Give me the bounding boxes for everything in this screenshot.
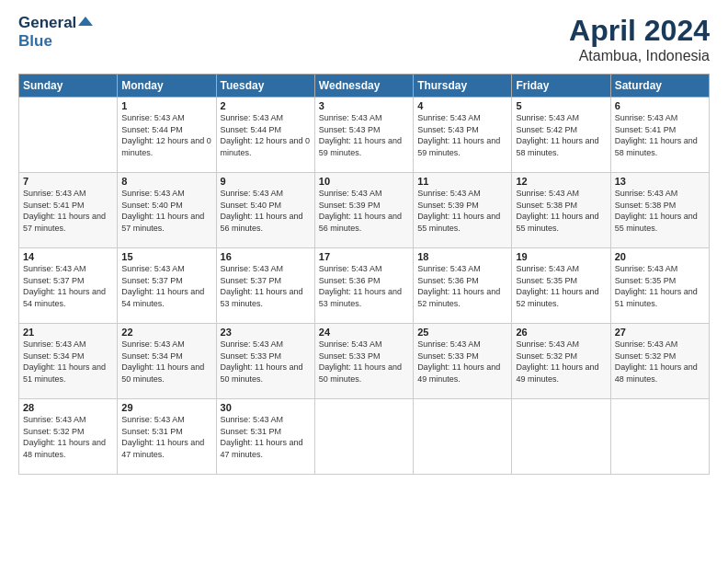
week-row-3: 21Sunrise: 5:43 AMSunset: 5:34 PMDayligh… [19,324,710,399]
calendar-cell: 13Sunrise: 5:43 AMSunset: 5:38 PMDayligh… [610,173,709,248]
cell-info: Sunrise: 5:43 AMSunset: 5:33 PMDaylight:… [221,339,311,385]
day-number: 25 [417,327,507,338]
cell-info: Sunrise: 5:43 AMSunset: 5:36 PMDaylight:… [417,263,507,309]
logo: General Blue [18,14,93,50]
cell-info: Sunrise: 5:43 AMSunset: 5:32 PMDaylight:… [23,414,113,460]
cell-info: Sunrise: 5:43 AMSunset: 5:40 PMDaylight:… [221,188,311,234]
day-number: 23 [221,327,311,338]
day-number: 6 [615,100,705,111]
day-number: 26 [516,327,606,338]
week-row-2: 14Sunrise: 5:43 AMSunset: 5:37 PMDayligh… [19,248,710,324]
logo-blue: Blue [18,32,93,51]
cell-info: Sunrise: 5:43 AMSunset: 5:41 PMDaylight:… [23,188,113,234]
col-saturday: Saturday [610,75,709,98]
header: General Blue April 2024 Atambua, Indones… [18,14,710,64]
day-number: 3 [319,100,409,111]
cell-info: Sunrise: 5:43 AMSunset: 5:32 PMDaylight:… [615,339,705,385]
calendar-cell: 22Sunrise: 5:43 AMSunset: 5:34 PMDayligh… [118,324,216,399]
cell-info: Sunrise: 5:43 AMSunset: 5:44 PMDaylight:… [221,112,311,158]
col-monday: Monday [118,75,216,98]
day-number: 24 [319,327,409,338]
day-number: 30 [221,402,311,413]
calendar-cell: 4Sunrise: 5:43 AMSunset: 5:43 PMDaylight… [414,98,512,173]
cell-info: Sunrise: 5:43 AMSunset: 5:38 PMDaylight:… [615,188,705,234]
calendar-cell: 25Sunrise: 5:43 AMSunset: 5:33 PMDayligh… [414,324,512,399]
day-number: 10 [319,176,409,187]
week-row-4: 28Sunrise: 5:43 AMSunset: 5:32 PMDayligh… [19,399,710,475]
cell-info: Sunrise: 5:43 AMSunset: 5:33 PMDaylight:… [417,339,507,385]
logo-general: General [18,14,76,31]
calendar-cell [19,98,118,173]
calendar-cell [314,399,413,475]
col-friday: Friday [512,75,610,98]
calendar-cell [512,399,610,475]
calendar-cell: 2Sunrise: 5:43 AMSunset: 5:44 PMDaylight… [216,98,314,173]
calendar-cell: 8Sunrise: 5:43 AMSunset: 5:40 PMDaylight… [118,173,216,248]
day-number: 18 [417,251,507,262]
calendar-cell: 24Sunrise: 5:43 AMSunset: 5:33 PMDayligh… [314,324,413,399]
day-number: 15 [121,251,211,262]
day-number: 16 [221,251,311,262]
cell-info: Sunrise: 5:43 AMSunset: 5:43 PMDaylight:… [319,112,409,158]
calendar-cell: 20Sunrise: 5:43 AMSunset: 5:35 PMDayligh… [610,248,709,324]
cell-info: Sunrise: 5:43 AMSunset: 5:31 PMDaylight:… [221,414,311,460]
cell-info: Sunrise: 5:43 AMSunset: 5:40 PMDaylight:… [121,188,211,234]
col-thursday: Thursday [414,75,512,98]
calendar-cell: 6Sunrise: 5:43 AMSunset: 5:41 PMDaylight… [610,98,709,173]
cell-info: Sunrise: 5:43 AMSunset: 5:31 PMDaylight:… [121,414,211,460]
day-number: 1 [121,100,211,111]
cell-info: Sunrise: 5:43 AMSunset: 5:43 PMDaylight:… [417,112,507,158]
cell-info: Sunrise: 5:43 AMSunset: 5:38 PMDaylight:… [516,188,606,234]
calendar-table: Sunday Monday Tuesday Wednesday Thursday… [18,74,710,475]
calendar-cell: 12Sunrise: 5:43 AMSunset: 5:38 PMDayligh… [512,173,610,248]
calendar-cell: 30Sunrise: 5:43 AMSunset: 5:31 PMDayligh… [216,399,314,475]
cell-info: Sunrise: 5:43 AMSunset: 5:35 PMDaylight:… [615,263,705,309]
calendar-cell: 9Sunrise: 5:43 AMSunset: 5:40 PMDaylight… [216,173,314,248]
cell-info: Sunrise: 5:43 AMSunset: 5:42 PMDaylight:… [516,112,606,158]
cell-info: Sunrise: 5:43 AMSunset: 5:34 PMDaylight:… [23,339,113,385]
calendar-cell: 14Sunrise: 5:43 AMSunset: 5:37 PMDayligh… [19,248,118,324]
day-number: 2 [221,100,311,111]
day-number: 14 [23,251,113,262]
day-number: 27 [615,327,705,338]
day-number: 13 [615,176,705,187]
logo-icon [78,17,93,31]
cell-info: Sunrise: 5:43 AMSunset: 5:37 PMDaylight:… [221,263,311,309]
cell-info: Sunrise: 5:43 AMSunset: 5:35 PMDaylight:… [516,263,606,309]
cell-info: Sunrise: 5:43 AMSunset: 5:33 PMDaylight:… [319,339,409,385]
calendar-cell: 3Sunrise: 5:43 AMSunset: 5:43 PMDaylight… [314,98,413,173]
day-number: 19 [516,251,606,262]
calendar-cell: 1Sunrise: 5:43 AMSunset: 5:44 PMDaylight… [118,98,216,173]
day-number: 11 [417,176,507,187]
week-row-1: 7Sunrise: 5:43 AMSunset: 5:41 PMDaylight… [19,173,710,248]
day-number: 5 [516,100,606,111]
cell-info: Sunrise: 5:43 AMSunset: 5:34 PMDaylight:… [121,339,211,385]
header-row: Sunday Monday Tuesday Wednesday Thursday… [19,75,710,98]
day-number: 22 [121,327,211,338]
calendar-cell: 21Sunrise: 5:43 AMSunset: 5:34 PMDayligh… [19,324,118,399]
title-area: April 2024 Atambua, Indonesia [569,14,710,64]
cell-info: Sunrise: 5:43 AMSunset: 5:32 PMDaylight:… [516,339,606,385]
calendar-cell: 11Sunrise: 5:43 AMSunset: 5:39 PMDayligh… [414,173,512,248]
day-number: 7 [23,176,113,187]
day-number: 4 [417,100,507,111]
calendar-cell: 26Sunrise: 5:43 AMSunset: 5:32 PMDayligh… [512,324,610,399]
calendar-cell: 7Sunrise: 5:43 AMSunset: 5:41 PMDaylight… [19,173,118,248]
location: Atambua, Indonesia [569,48,710,64]
col-tuesday: Tuesday [216,75,314,98]
calendar-cell: 15Sunrise: 5:43 AMSunset: 5:37 PMDayligh… [118,248,216,324]
calendar-cell: 29Sunrise: 5:43 AMSunset: 5:31 PMDayligh… [118,399,216,475]
day-number: 8 [121,176,211,187]
calendar-cell [610,399,709,475]
calendar-cell: 5Sunrise: 5:43 AMSunset: 5:42 PMDaylight… [512,98,610,173]
day-number: 12 [516,176,606,187]
calendar-cell: 18Sunrise: 5:43 AMSunset: 5:36 PMDayligh… [414,248,512,324]
calendar-cell: 19Sunrise: 5:43 AMSunset: 5:35 PMDayligh… [512,248,610,324]
week-row-0: 1Sunrise: 5:43 AMSunset: 5:44 PMDaylight… [19,98,710,173]
day-number: 28 [23,402,113,413]
cell-info: Sunrise: 5:43 AMSunset: 5:41 PMDaylight:… [615,112,705,158]
cell-info: Sunrise: 5:43 AMSunset: 5:36 PMDaylight:… [319,263,409,309]
calendar-cell [414,399,512,475]
day-number: 20 [615,251,705,262]
main-container: General Blue April 2024 Atambua, Indones… [0,0,728,484]
